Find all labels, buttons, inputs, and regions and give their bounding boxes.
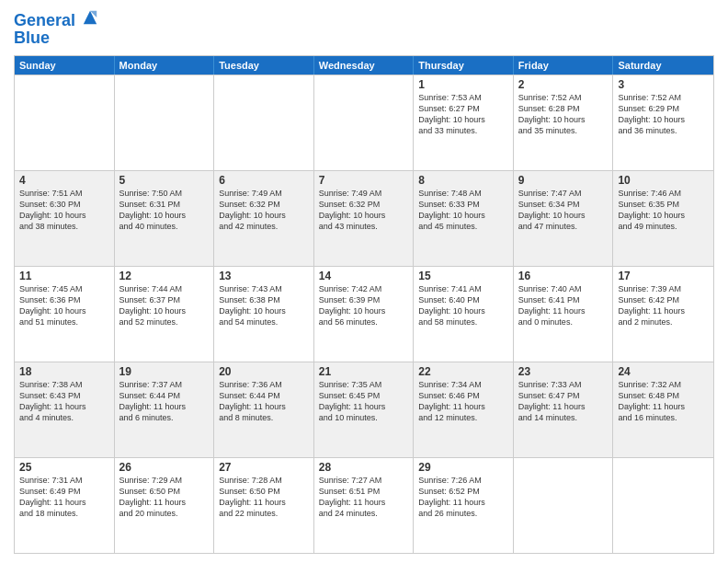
day-info: Sunrise: 7:44 AMSunset: 6:37 PMDaylight:… (119, 283, 210, 328)
day-number: 5 (119, 174, 210, 187)
day-info: Sunrise: 7:53 AMSunset: 6:27 PMDaylight:… (418, 92, 508, 137)
calendar-cell: 25Sunrise: 7:31 AMSunset: 6:49 PMDayligh… (15, 458, 115, 553)
day-number: 8 (418, 174, 508, 187)
day-number: 16 (518, 270, 609, 282)
day-number: 26 (119, 461, 210, 474)
day-number: 15 (418, 270, 508, 282)
calendar-cell: 21Sunrise: 7:35 AMSunset: 6:45 PMDayligh… (314, 362, 415, 457)
calendar-cell: 12Sunrise: 7:44 AMSunset: 6:37 PMDayligh… (115, 267, 215, 362)
logo: General Blue (14, 9, 98, 48)
header-day-sunday: Sunday (15, 56, 115, 75)
calendar-cell: 15Sunrise: 7:41 AMSunset: 6:40 PMDayligh… (414, 267, 514, 362)
calendar-week-2: 4Sunrise: 7:51 AMSunset: 6:30 PMDaylight… (15, 170, 713, 266)
day-info: Sunrise: 7:29 AMSunset: 6:50 PMDaylight:… (119, 475, 210, 520)
calendar-page: General Blue SundayMondayTuesdayWednesda… (0, 0, 728, 563)
day-number: 3 (618, 78, 709, 91)
day-number: 13 (219, 270, 309, 282)
header-day-wednesday: Wednesday (314, 56, 415, 75)
day-info: Sunrise: 7:38 AMSunset: 6:43 PMDaylight:… (19, 379, 109, 424)
day-info: Sunrise: 7:41 AMSunset: 6:40 PMDaylight:… (418, 283, 508, 328)
calendar-cell: 4Sunrise: 7:51 AMSunset: 6:30 PMDaylight… (15, 171, 115, 266)
calendar-cell: 29Sunrise: 7:26 AMSunset: 6:52 PMDayligh… (414, 458, 514, 553)
day-number: 28 (319, 461, 409, 474)
day-info: Sunrise: 7:26 AMSunset: 6:52 PMDaylight:… (418, 475, 508, 520)
header-day-monday: Monday (115, 56, 215, 75)
day-info: Sunrise: 7:48 AMSunset: 6:33 PMDaylight:… (418, 188, 508, 233)
day-info: Sunrise: 7:51 AMSunset: 6:30 PMDaylight:… (19, 188, 109, 233)
day-number: 14 (319, 270, 409, 282)
day-number: 9 (518, 174, 609, 187)
day-info: Sunrise: 7:33 AMSunset: 6:47 PMDaylight:… (518, 379, 609, 424)
calendar-cell: 3Sunrise: 7:52 AMSunset: 6:29 PMDaylight… (613, 75, 713, 170)
day-info: Sunrise: 7:32 AMSunset: 6:48 PMDaylight:… (618, 379, 709, 424)
day-number: 7 (319, 174, 409, 187)
calendar-cell: 17Sunrise: 7:39 AMSunset: 6:42 PMDayligh… (613, 267, 713, 362)
day-info: Sunrise: 7:50 AMSunset: 6:31 PMDaylight:… (119, 188, 210, 233)
calendar-cell: 6Sunrise: 7:49 AMSunset: 6:32 PMDaylight… (214, 171, 314, 266)
day-info: Sunrise: 7:34 AMSunset: 6:46 PMDaylight:… (418, 379, 508, 424)
calendar-cell: 26Sunrise: 7:29 AMSunset: 6:50 PMDayligh… (115, 458, 215, 553)
day-number: 20 (219, 365, 309, 378)
calendar-cell: 18Sunrise: 7:38 AMSunset: 6:43 PMDayligh… (15, 362, 115, 457)
calendar-cell: 13Sunrise: 7:43 AMSunset: 6:38 PMDayligh… (214, 267, 314, 362)
logo-text: General (14, 9, 98, 30)
calendar-cell: 28Sunrise: 7:27 AMSunset: 6:51 PMDayligh… (314, 458, 415, 553)
day-number: 6 (219, 174, 309, 187)
calendar-cell (115, 75, 215, 170)
calendar-cell: 27Sunrise: 7:28 AMSunset: 6:50 PMDayligh… (214, 458, 314, 553)
calendar-cell: 20Sunrise: 7:36 AMSunset: 6:44 PMDayligh… (214, 362, 314, 457)
header-day-tuesday: Tuesday (214, 56, 314, 75)
day-info: Sunrise: 7:39 AMSunset: 6:42 PMDaylight:… (618, 283, 709, 328)
calendar-cell: 24Sunrise: 7:32 AMSunset: 6:48 PMDayligh… (613, 362, 713, 457)
calendar-cell: 7Sunrise: 7:49 AMSunset: 6:32 PMDaylight… (314, 171, 415, 266)
calendar-body: 1Sunrise: 7:53 AMSunset: 6:27 PMDaylight… (15, 75, 713, 553)
calendar-cell: 14Sunrise: 7:42 AMSunset: 6:39 PMDayligh… (314, 267, 415, 362)
day-info: Sunrise: 7:42 AMSunset: 6:39 PMDaylight:… (319, 283, 409, 328)
day-number: 11 (19, 270, 109, 282)
day-info: Sunrise: 7:35 AMSunset: 6:45 PMDaylight:… (319, 379, 409, 424)
day-info: Sunrise: 7:52 AMSunset: 6:29 PMDaylight:… (618, 92, 709, 137)
calendar: SundayMondayTuesdayWednesdayThursdayFrid… (14, 55, 714, 554)
calendar-cell: 10Sunrise: 7:46 AMSunset: 6:35 PMDayligh… (613, 171, 713, 266)
day-number: 2 (518, 78, 609, 91)
day-number: 29 (418, 461, 508, 474)
day-number: 10 (618, 174, 709, 187)
header-day-saturday: Saturday (613, 56, 713, 75)
calendar-cell (314, 75, 415, 170)
calendar-week-5: 25Sunrise: 7:31 AMSunset: 6:49 PMDayligh… (15, 457, 713, 553)
calendar-cell: 1Sunrise: 7:53 AMSunset: 6:27 PMDaylight… (414, 75, 514, 170)
day-number: 12 (119, 270, 210, 282)
calendar-cell (15, 75, 115, 170)
calendar-cell: 2Sunrise: 7:52 AMSunset: 6:28 PMDaylight… (514, 75, 614, 170)
day-info: Sunrise: 7:36 AMSunset: 6:44 PMDaylight:… (219, 379, 309, 424)
calendar-cell: 5Sunrise: 7:50 AMSunset: 6:31 PMDaylight… (115, 171, 215, 266)
logo-icon (82, 9, 98, 26)
day-number: 23 (518, 365, 609, 378)
day-info: Sunrise: 7:45 AMSunset: 6:36 PMDaylight:… (19, 283, 109, 328)
calendar-cell: 8Sunrise: 7:48 AMSunset: 6:33 PMDaylight… (414, 171, 514, 266)
calendar-header: SundayMondayTuesdayWednesdayThursdayFrid… (15, 56, 713, 75)
day-info: Sunrise: 7:37 AMSunset: 6:44 PMDaylight:… (119, 379, 210, 424)
day-number: 19 (119, 365, 210, 378)
calendar-cell: 22Sunrise: 7:34 AMSunset: 6:46 PMDayligh… (414, 362, 514, 457)
day-info: Sunrise: 7:40 AMSunset: 6:41 PMDaylight:… (518, 283, 609, 328)
day-number: 1 (418, 78, 508, 91)
day-number: 21 (319, 365, 409, 378)
day-number: 22 (418, 365, 508, 378)
calendar-cell: 9Sunrise: 7:47 AMSunset: 6:34 PMDaylight… (514, 171, 614, 266)
day-info: Sunrise: 7:52 AMSunset: 6:28 PMDaylight:… (518, 92, 609, 137)
calendar-cell: 19Sunrise: 7:37 AMSunset: 6:44 PMDayligh… (115, 362, 215, 457)
calendar-cell: 23Sunrise: 7:33 AMSunset: 6:47 PMDayligh… (514, 362, 614, 457)
day-info: Sunrise: 7:49 AMSunset: 6:32 PMDaylight:… (219, 188, 309, 233)
calendar-cell (613, 458, 713, 553)
day-info: Sunrise: 7:46 AMSunset: 6:35 PMDaylight:… (618, 188, 709, 233)
day-info: Sunrise: 7:28 AMSunset: 6:50 PMDaylight:… (219, 475, 309, 520)
day-number: 24 (618, 365, 709, 378)
header: General Blue (14, 9, 714, 48)
calendar-week-3: 11Sunrise: 7:45 AMSunset: 6:36 PMDayligh… (15, 266, 713, 362)
logo-blue: Blue (14, 29, 50, 48)
day-number: 4 (19, 174, 109, 187)
calendar-cell: 16Sunrise: 7:40 AMSunset: 6:41 PMDayligh… (514, 267, 614, 362)
day-info: Sunrise: 7:43 AMSunset: 6:38 PMDaylight:… (219, 283, 309, 328)
day-number: 17 (618, 270, 709, 282)
